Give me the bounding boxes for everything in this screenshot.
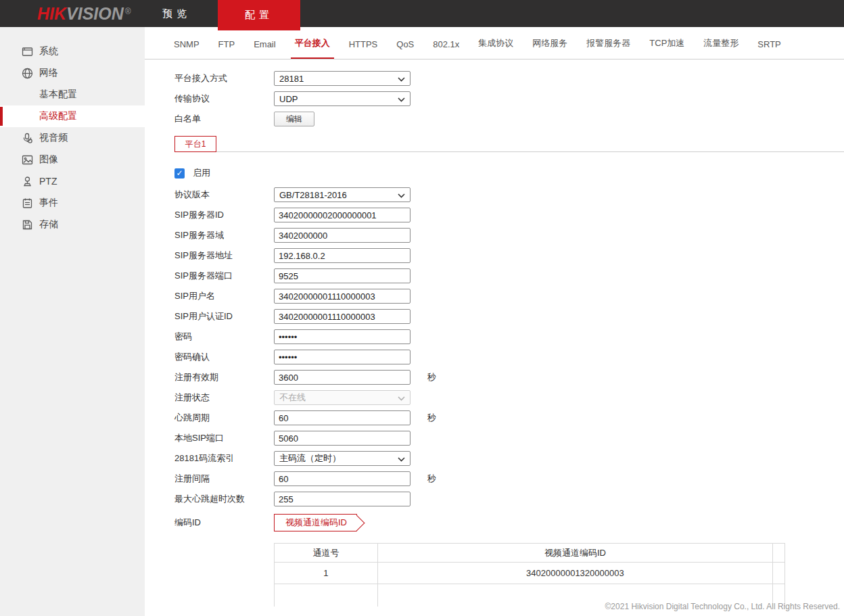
stream-index-select[interactable]: 主码流（定时）	[274, 451, 411, 466]
transport-select[interactable]: UDP	[274, 91, 411, 106]
password-input[interactable]	[274, 329, 411, 344]
sip-username-label: SIP用户名	[174, 290, 274, 302]
form-row: 传输协议 UDP	[174, 89, 844, 109]
sip-server-id-input[interactable]	[274, 208, 411, 222]
col-header-spacer	[773, 544, 785, 563]
nav-tab-configuration[interactable]: 配置	[218, 0, 300, 30]
logo-text-red: HIK	[37, 4, 66, 24]
sip-server-id-label: SIP服务器ID	[174, 209, 274, 221]
form-row: 协议版本 GB/T28181-2016	[174, 185, 844, 205]
sip-username-input[interactable]	[274, 289, 411, 304]
heartbeat-interval-unit: 秒	[427, 412, 436, 424]
image-icon	[22, 154, 33, 166]
sidebar-item-event[interactable]: 事件	[0, 192, 145, 214]
logo-text-gray: VISION	[66, 4, 124, 24]
sidebar-item-image[interactable]: 图像	[0, 149, 145, 170]
access-mode-value: 28181	[279, 74, 304, 84]
register-validity-input[interactable]	[274, 370, 411, 385]
platform-1-tab[interactable]: 平台1	[174, 136, 216, 152]
tab-ftp[interactable]: FTP	[209, 39, 245, 59]
form-row: 最大心跳超时次数	[174, 489, 844, 509]
chevron-down-icon	[398, 190, 405, 200]
register-validity-unit: 秒	[427, 371, 436, 383]
heartbeat-interval-input[interactable]	[274, 410, 411, 425]
cell-channel: 1	[275, 563, 378, 584]
sidebar-item-storage[interactable]: 存储	[0, 214, 145, 235]
stream-index-label: 28181码流索引	[174, 452, 274, 465]
sidebar-item-audio-video[interactable]: 视音频	[0, 127, 145, 149]
cell-empty	[275, 584, 378, 607]
tab-platform-access[interactable]: 平台接入	[285, 37, 339, 59]
password-confirm-input[interactable]	[274, 350, 411, 364]
tab-srtp[interactable]: SRTP	[748, 39, 790, 59]
tab-https[interactable]: HTTPS	[339, 39, 388, 59]
form-row: 心跳周期 秒	[174, 408, 844, 428]
sip-server-port-input[interactable]	[274, 268, 411, 283]
tab-qos[interactable]: QoS	[387, 39, 423, 59]
sidebar-item-label: 图像	[39, 153, 58, 166]
register-validity-label: 注册有效期	[174, 371, 274, 383]
whitelist-label: 白名单	[174, 113, 274, 125]
video-channel-encode-id-tab-label: 视频通道编码ID	[285, 517, 347, 529]
register-status-select: 不在线	[274, 390, 411, 405]
chevron-down-icon	[398, 74, 405, 84]
protocol-version-select[interactable]: GB/T28181-2016	[274, 187, 411, 202]
sidebar-item-system[interactable]: 系统	[0, 41, 145, 62]
register-interval-input[interactable]	[274, 471, 411, 486]
whitelist-edit-button[interactable]: 编辑	[274, 112, 314, 126]
form-row: 28181码流索引 主码流（定时）	[174, 448, 844, 469]
encode-id-label: 编码ID	[174, 517, 274, 529]
sidebar-item-basic-config[interactable]: 基本配置	[0, 84, 145, 105]
tab-snmp[interactable]: SNMP	[164, 39, 209, 59]
tab-tcp-acceleration[interactable]: TCP加速	[640, 37, 694, 59]
sidebar-item-label: PTZ	[39, 176, 57, 187]
tab-integration-protocol[interactable]: 集成协议	[469, 37, 523, 59]
platform-access-form: 平台接入方式 28181 传输协议 UDP 白名单 编辑 平台1	[145, 60, 844, 607]
form-row: 注册状态 不在线	[174, 387, 844, 408]
max-heartbeat-timeout-input[interactable]	[274, 492, 411, 506]
form-row: 注册间隔 秒	[174, 469, 844, 489]
enable-checkbox[interactable]: ✓	[174, 168, 185, 179]
sip-auth-id-input[interactable]	[274, 309, 411, 324]
local-sip-port-input[interactable]	[274, 431, 411, 446]
video-channel-encode-id-tab[interactable]: 视频通道编码ID	[274, 514, 357, 531]
sidebar-item-label: 视音频	[39, 132, 68, 144]
encode-id-table: 通道号 视频通道编码ID 1 34020000001320000003	[274, 543, 785, 607]
password-label: 密码	[174, 331, 274, 343]
register-interval-unit: 秒	[427, 473, 436, 485]
sip-server-address-input[interactable]	[274, 248, 411, 263]
cell-spacer	[773, 563, 785, 584]
tab-traffic-shaping[interactable]: 流量整形	[694, 37, 748, 59]
cell-encode-id: 34020000001320000003	[377, 563, 772, 584]
top-navigation: 预览 配置	[135, 0, 300, 30]
form-row: 密码确认	[174, 347, 844, 367]
sidebar-item-network[interactable]: 网络	[0, 62, 145, 84]
tab-alarm-server[interactable]: 报警服务器	[577, 37, 640, 59]
table-row[interactable]: 1 34020000001320000003	[275, 563, 785, 584]
protocol-version-label: 协议版本	[174, 189, 274, 201]
form-row: SIP服务器域	[174, 225, 844, 245]
tab-network-service[interactable]: 网络服务	[523, 37, 577, 59]
access-mode-select[interactable]: 28181	[274, 71, 411, 86]
sidebar-item-label: 基本配置	[39, 89, 77, 101]
network-icon	[22, 68, 33, 79]
col-header-encode-id: 视频通道编码ID	[377, 544, 772, 563]
table-header-row: 通道号 视频通道编码ID	[275, 544, 785, 563]
sip-auth-id-label: SIP用户认证ID	[174, 310, 274, 323]
local-sip-port-label: 本地SIP端口	[174, 432, 274, 444]
sidebar-item-label: 高级配置	[39, 110, 77, 122]
register-status-label: 注册状态	[174, 392, 274, 404]
sidebar-item-label: 系统	[39, 45, 58, 57]
sip-server-address-label: SIP服务器地址	[174, 250, 274, 262]
form-row: SIP服务器端口	[174, 266, 844, 286]
form-row: 注册有效期 秒	[174, 367, 844, 387]
sidebar-item-advanced-config[interactable]: 高级配置	[0, 105, 145, 127]
sip-server-domain-input[interactable]	[274, 228, 411, 243]
sidebar-item-ptz[interactable]: PTZ	[0, 170, 145, 192]
nav-tab-preview[interactable]: 预览	[135, 0, 218, 27]
enable-label: 启用	[193, 167, 210, 179]
tab-email[interactable]: Email	[244, 39, 285, 59]
tab-8021x[interactable]: 802.1x	[423, 39, 469, 59]
page: HIKVISION® 预览 配置 系统 网络 基本配置 高级配置	[0, 0, 844, 616]
settings-tabbar: SNMP FTP Email 平台接入 HTTPS QoS 802.1x 集成协…	[145, 27, 844, 60]
